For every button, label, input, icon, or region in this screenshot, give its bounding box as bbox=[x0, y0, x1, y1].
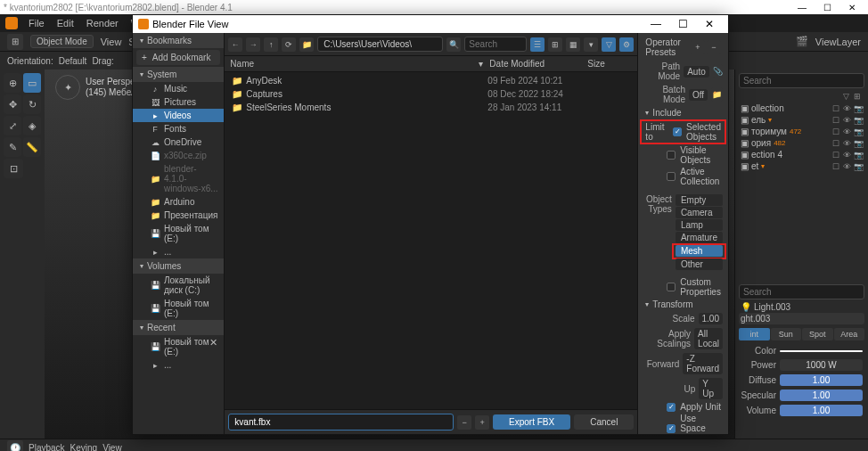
light-data-block[interactable]: ght.003 bbox=[739, 313, 864, 324]
prop-value[interactable]: 1.00 bbox=[780, 405, 863, 416]
path-mode-value[interactable]: Auto bbox=[684, 66, 709, 78]
outliner-search[interactable] bbox=[739, 73, 864, 88]
exclude-icon[interactable]: ☐ bbox=[832, 151, 841, 160]
tab-point[interactable]: int bbox=[739, 328, 770, 340]
hide-icon[interactable]: 👁 bbox=[843, 151, 852, 160]
bookmarks-header[interactable]: Bookmarks bbox=[133, 33, 224, 48]
preset-add-icon[interactable]: + bbox=[691, 40, 705, 54]
object-type-lamp[interactable]: Lamp bbox=[676, 219, 723, 231]
scene-icon[interactable]: 🎬 bbox=[796, 36, 808, 47]
batch-own-dir-icon[interactable]: 📁 bbox=[711, 87, 723, 102]
object-type-other[interactable]: Other bbox=[676, 258, 723, 270]
settings-gear-icon[interactable]: ⚙ bbox=[619, 37, 634, 52]
system-header[interactable]: System bbox=[133, 67, 224, 82]
main-maximize[interactable]: ☐ bbox=[815, 3, 839, 12]
dialog-maximize[interactable]: ☐ bbox=[669, 18, 696, 30]
filename-plus-icon[interactable]: + bbox=[475, 415, 489, 430]
exclude-icon[interactable]: ☐ bbox=[832, 116, 841, 125]
dialog-minimize[interactable]: — bbox=[643, 18, 669, 30]
outliner-item[interactable]: ▣ель▾☐👁📷 bbox=[739, 114, 864, 126]
file-row[interactable]: 📁SteelSeries Moments28 Jan 2023 14:11 bbox=[226, 101, 635, 114]
topbar-view[interactable]: View bbox=[101, 37, 122, 47]
editor-type-icon[interactable]: ⊞ bbox=[7, 34, 23, 50]
nav-gizmo[interactable]: ✦ bbox=[55, 75, 80, 100]
playback-label[interactable]: Playback bbox=[29, 443, 65, 451]
file-search-input[interactable] bbox=[464, 37, 527, 52]
system-item[interactable]: 📁Презентация bbox=[133, 209, 224, 222]
visible-objects-checkbox[interactable] bbox=[667, 151, 676, 160]
system-item[interactable]: ▸Videos bbox=[133, 109, 224, 122]
nav-newfolder-icon[interactable]: 📁 bbox=[299, 37, 314, 52]
cancel-button[interactable]: Cancel bbox=[574, 414, 634, 430]
outliner-item[interactable]: ▣торимум472☐👁📷 bbox=[739, 126, 864, 137]
add-bookmark-button[interactable]: + Add Bookmark bbox=[136, 50, 220, 65]
disable-icon[interactable]: 📷 bbox=[854, 116, 863, 125]
prop-value[interactable] bbox=[780, 350, 863, 352]
filename-input[interactable] bbox=[228, 414, 454, 430]
exclude-icon[interactable]: ☐ bbox=[832, 127, 841, 136]
object-type-camera[interactable]: Camera bbox=[676, 207, 723, 218]
system-item[interactable]: FFonts bbox=[133, 122, 224, 135]
apply-scalings-value[interactable]: All Local bbox=[694, 328, 723, 349]
prop-value[interactable]: 1.00 bbox=[780, 390, 863, 401]
system-item[interactable]: ♪Music bbox=[133, 82, 224, 95]
props-search[interactable] bbox=[739, 284, 864, 299]
recent-header[interactable]: Recent bbox=[133, 320, 224, 335]
path-mode-embed-icon[interactable]: 📎 bbox=[713, 64, 723, 78]
main-minimize[interactable]: — bbox=[790, 3, 815, 12]
nav-up-icon[interactable]: ↑ bbox=[264, 37, 278, 52]
dialog-close[interactable]: ✕ bbox=[696, 18, 723, 30]
tool-select[interactable]: ▭ bbox=[23, 73, 41, 93]
system-item[interactable]: ▸... bbox=[133, 245, 224, 258]
volumes-header[interactable]: Volumes bbox=[133, 258, 224, 274]
file-row[interactable]: 📁Captures08 Dec 2022 18:24 bbox=[226, 87, 635, 101]
tool-annotate[interactable]: ✎ bbox=[4, 137, 21, 157]
active-collection-checkbox[interactable] bbox=[667, 172, 676, 181]
up-value[interactable]: Y Up bbox=[699, 378, 723, 399]
system-item[interactable]: 📁Arduino bbox=[133, 195, 224, 209]
nav-forward-icon[interactable]: → bbox=[246, 37, 260, 52]
view-thumb-icon[interactable]: ▦ bbox=[566, 37, 580, 52]
system-item[interactable]: 📁blender-4.1.0-windows-x6... bbox=[133, 162, 224, 195]
object-type-empty[interactable]: Empty bbox=[676, 194, 723, 206]
system-item[interactable]: 📄x360ce.zip bbox=[133, 149, 224, 162]
exclude-icon[interactable]: ☐ bbox=[832, 162, 841, 171]
batch-mode-value[interactable]: Off bbox=[689, 89, 708, 101]
hide-icon[interactable]: 👁 bbox=[843, 104, 852, 113]
tool-measure[interactable]: 📏 bbox=[23, 137, 41, 157]
tool-transform[interactable]: ◈ bbox=[23, 116, 41, 135]
tab-area[interactable]: Area bbox=[834, 328, 865, 340]
selected-objects-checkbox[interactable] bbox=[673, 127, 682, 136]
system-item[interactable]: 💾Новый том (E:) bbox=[133, 222, 224, 245]
header-size[interactable]: Size bbox=[587, 59, 632, 69]
hide-icon[interactable]: 👁 bbox=[843, 127, 852, 136]
exclude-icon[interactable]: ☐ bbox=[832, 104, 841, 113]
forward-value[interactable]: -Z Forward bbox=[683, 353, 723, 374]
system-item[interactable]: 🖼Pictures bbox=[133, 95, 224, 109]
disable-icon[interactable]: 📷 bbox=[854, 139, 863, 148]
disable-icon[interactable]: 📷 bbox=[854, 127, 863, 136]
nav-back-icon[interactable]: ← bbox=[228, 37, 242, 52]
tab-sun[interactable]: Sun bbox=[771, 328, 802, 340]
recent-item[interactable]: ▸... bbox=[133, 358, 224, 372]
sort-icon[interactable]: ▾ bbox=[584, 37, 598, 52]
prop-value[interactable]: 1000 W bbox=[780, 359, 863, 371]
nav-refresh-icon[interactable]: ⟳ bbox=[282, 37, 296, 52]
keying-label[interactable]: Keying bbox=[70, 443, 98, 451]
tool-add[interactable]: ⊡ bbox=[4, 159, 23, 178]
view-list-icon[interactable]: ☰ bbox=[530, 37, 545, 52]
light-data-row[interactable]: 💡 Light.003 bbox=[739, 301, 864, 313]
recent-item[interactable]: 💾Новый том (E:) bbox=[133, 335, 224, 358]
use-space-checkbox[interactable] bbox=[667, 424, 676, 433]
new-collection-icon[interactable]: ⊞ bbox=[854, 92, 863, 101]
tool-rotate[interactable]: ↻ bbox=[23, 94, 41, 114]
filter-icon[interactable]: ▽ bbox=[843, 92, 852, 101]
viewlayer-label[interactable]: ViewLayer bbox=[815, 37, 861, 47]
file-row[interactable]: 📁AnyDesk09 Feb 2024 10:21 bbox=[226, 74, 635, 87]
operator-presets[interactable]: Operator Presets +− bbox=[640, 35, 726, 60]
tab-spot[interactable]: Spot bbox=[802, 328, 833, 340]
timeline-view[interactable]: View bbox=[102, 443, 122, 451]
hide-icon[interactable]: 👁 bbox=[843, 162, 852, 171]
volume-item[interactable]: 💾Локальный диск (C:) bbox=[133, 274, 224, 297]
disable-icon[interactable]: 📷 bbox=[854, 151, 863, 160]
